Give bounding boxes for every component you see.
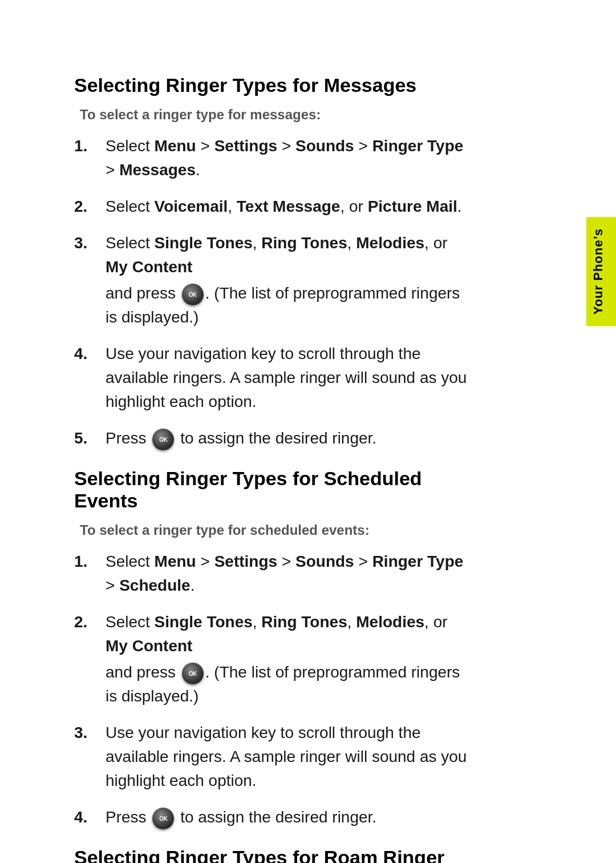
step-number: 3. xyxy=(74,231,106,255)
step-scheduled-1: 1. Select Menu > Settings > Sounds > Rin… xyxy=(74,550,473,598)
step-sub-line: and press . (The list of preprogrammed r… xyxy=(106,660,473,708)
section-intro-scheduled: To select a ringer type for scheduled ev… xyxy=(80,522,473,538)
step-number: 2. xyxy=(74,195,106,219)
step-content: Select Menu > Settings > Sounds > Ringer… xyxy=(106,550,473,598)
step-number: 5. xyxy=(74,426,106,450)
section-title-scheduled: Selecting Ringer Types for Scheduled Eve… xyxy=(74,467,473,512)
step-scheduled-2: 2. Select Single Tones, Ring Tones, Melo… xyxy=(74,610,473,708)
section-messages: Selecting Ringer Types for Messages To s… xyxy=(74,74,473,450)
ok-button-icon xyxy=(152,808,174,829)
step-content: Select Menu > Settings > Sounds > Ringer… xyxy=(106,134,473,182)
step-number: 1. xyxy=(74,134,106,158)
section-roam: Selecting Ringer Types for Roam Ringer T… xyxy=(74,846,473,863)
ok-button-icon xyxy=(152,429,174,450)
step-content: Select Single Tones, Ring Tones, Melodie… xyxy=(106,610,473,708)
steps-list-scheduled: 1. Select Menu > Settings > Sounds > Rin… xyxy=(74,550,473,829)
step-sub-line: and press . (The list of preprogrammed r… xyxy=(106,281,473,329)
step-messages-2: 2. Select Voicemail, Text Message, or Pi… xyxy=(74,195,473,219)
step-number: 4. xyxy=(74,342,106,366)
step-number: 1. xyxy=(74,550,106,574)
page-content: Selecting Ringer Types for Messages To s… xyxy=(0,0,548,863)
section-scheduled: Selecting Ringer Types for Scheduled Eve… xyxy=(74,467,473,829)
step-number: 3. xyxy=(74,721,106,745)
step-content: Use your navigation key to scroll throug… xyxy=(106,721,473,793)
ok-button-icon xyxy=(182,663,204,684)
section-title-roam: Selecting Ringer Types for Roam Ringer xyxy=(74,846,473,863)
step-content: Select Voicemail, Text Message, or Pictu… xyxy=(106,195,473,219)
step-content: Use your navigation key to scroll throug… xyxy=(106,342,473,414)
step-content: Press to assign the desired ringer. xyxy=(106,426,473,450)
step-content: Select Single Tones, Ring Tones, Melodie… xyxy=(106,231,473,329)
step-content: Press to assign the desired ringer. xyxy=(106,805,473,829)
ok-button-icon xyxy=(182,284,204,305)
section-title-messages: Selecting Ringer Types for Messages xyxy=(74,74,473,96)
step-scheduled-4: 4. Press to assign the desired ringer. xyxy=(74,805,473,829)
section-intro-messages: To select a ringer type for messages: xyxy=(80,107,473,123)
step-messages-5: 5. Press to assign the desired ringer. xyxy=(74,426,473,450)
steps-list-messages: 1. Select Menu > Settings > Sounds > Rin… xyxy=(74,134,473,450)
step-messages-4: 4. Use your navigation key to scroll thr… xyxy=(74,342,473,414)
step-number: 2. xyxy=(74,610,106,634)
side-tab: Your Phone’s xyxy=(586,217,616,326)
step-messages-3: 3. Select Single Tones, Ring Tones, Melo… xyxy=(74,231,473,329)
step-messages-1: 1. Select Menu > Settings > Sounds > Rin… xyxy=(74,134,473,182)
step-number: 4. xyxy=(74,805,106,829)
step-scheduled-3: 3. Use your navigation key to scroll thr… xyxy=(74,721,473,793)
